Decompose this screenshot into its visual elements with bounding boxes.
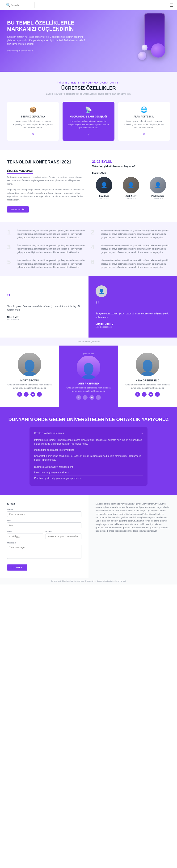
avatar-img-0: 👤 <box>96 177 112 193</box>
search-box[interactable]: 🔍 <box>4 2 34 8</box>
avatar-img-1: 👤 <box>123 177 139 193</box>
numbered-text-1: İşletmelerin tüm dayrca sertifik ve yete… <box>17 229 86 239</box>
team-photo-mary: 👤 MARY BROWN Cras a enim tincidunt est f… <box>0 346 59 407</box>
youtube-icon-mary[interactable]: ▶ <box>30 392 35 397</box>
conference-date: 23-25 EYLÜL <box>92 160 170 163</box>
youtube-icon-nina[interactable]: ▶ <box>148 392 153 397</box>
team-grid: 👤 David Lee Sample text 👤 Josh Perry Sam… <box>92 177 170 199</box>
features-grid: 📦 SINIRSIZ DEPOLAMA Lorem ipsum dolor si… <box>7 102 170 141</box>
contact-section: E-mail Name Item Date Phone Message GÖND… <box>0 495 177 578</box>
team-photo-name-nina: NINA GREENFIELD <box>123 379 172 382</box>
photo-circle-mary: 👤 <box>18 352 41 376</box>
page-header: 🔍 ☰ <box>0 0 177 10</box>
team-photo-nina: 👤 NINA GREENFIELD Cras a enim tincidunt … <box>118 346 177 407</box>
feature-domain-arrow: ∨ <box>122 132 166 136</box>
date-input[interactable] <box>7 533 43 539</box>
numbered-item-1: 1 İşletmelerin tüm dayrca sertifik ve ye… <box>7 229 86 239</box>
numbered-item-5: 5 İşletmelerin tüm dayrca sertifik ve ye… <box>7 259 86 269</box>
testimonials-section: " Sample quote. Lorem ipsum dolor sit am… <box>0 276 177 338</box>
facebook-icon-mary[interactable]: f <box>17 392 22 397</box>
linkedin-icon-ann[interactable]: in <box>96 395 101 400</box>
search-input[interactable] <box>10 4 34 7</box>
linkedin-icon-nina[interactable]: in <box>155 392 160 397</box>
team-name-0: David Lee <box>92 195 116 197</box>
social-icons-mary: f t ▶ in <box>5 392 54 397</box>
feature-storage-arrow: ∨ <box>11 132 55 136</box>
numbered-text-5: İşletmelerin tüm dayrca sertifik ve yete… <box>17 259 86 269</box>
university-title: DÜNYANIN ÖNDE GELEN ÜNİVERSİTELERİYLE OR… <box>7 416 170 423</box>
name-input[interactable] <box>7 512 81 517</box>
number-1: 1 <box>7 229 14 239</box>
hero-link[interactable]: Dngmk bir prn goster basın <box>7 50 33 52</box>
feature-storage-desc: Lorem ipsum dolor sit amet, consectur ad… <box>11 120 55 129</box>
uni-card-label: Create a Website in Minutes <box>34 432 64 434</box>
reviews-label[interactable]: Tüm inceleme görüntüle <box>77 340 100 343</box>
feature-storage-title: SINIRSIZ DEPOLAMA <box>11 115 55 118</box>
team-member-2: 👤 Paul Hudson Sample text <box>146 177 170 199</box>
conference-text2: Turpis egestas maeger eget aliquot nibh … <box>7 188 85 202</box>
item-label: Item <box>7 519 81 522</box>
hero-phone-graphic <box>139 13 170 65</box>
photo-circle-nina: 👤 <box>136 352 159 376</box>
facebook-icon-ann[interactable]: f <box>76 395 81 400</box>
number-4: 4 <box>91 244 98 254</box>
author-title-left: Nill ornellam <box>7 318 81 321</box>
numbered-text-4: İşletmelerin tüm dayrca sertifik ve yete… <box>101 244 170 254</box>
bandwidth-icon: 📡 <box>66 106 111 113</box>
numbered-text-3: İşletmelerin tüm dayrca sertifik ve yete… <box>17 244 86 254</box>
twitter-icon-nina[interactable]: t <box>142 392 147 397</box>
youtube-icon-ann[interactable]: ▶ <box>89 395 94 400</box>
numbered-text-6: İşletmelerin tüm dayrca sertifik ve yete… <box>101 259 170 269</box>
form-group-message: Message <box>7 541 81 560</box>
numbered-section: 1 İşletmelerin tüm dayrca sertifik ve ye… <box>0 222 177 276</box>
uni-card-dot: ● <box>141 432 143 434</box>
message-textarea[interactable] <box>7 545 81 559</box>
quote-text-left: Sample quote. Lorem ipsum dolor sit amet… <box>7 305 81 312</box>
conference-btn[interactable]: Devamını oku <box>7 206 29 213</box>
team-avatar-2: 👤 <box>150 177 166 193</box>
social-icons-nina: f t ▶ in <box>123 392 172 397</box>
message-label: Message <box>7 541 81 544</box>
reviews-row[interactable]: Tüm inceleme görüntüle <box>0 338 177 346</box>
partners-label: partners-foto <box>64 352 113 355</box>
feature-card-domain: 🌐 ALAN ADI TESCİLİ Lorem ipsum dolor sit… <box>118 102 170 141</box>
person-silhouette-ann: 👤 <box>80 363 97 379</box>
footer-note: Sample text. Click to select the text bo… <box>0 578 177 585</box>
speech-label: LİDERLİK KONUŞMASI <box>7 169 33 174</box>
ball-small <box>142 44 148 51</box>
list-item-2: Practical tips to help you price your pr… <box>34 475 143 481</box>
feature-domain-desc: Lorem ipsum dolor sit amet, consectur ad… <box>122 120 166 129</box>
feature-bandwidth-title: ÖLÇÜLMEMÜŞ BANT GENİŞLİĞİ <box>66 115 111 118</box>
number-5: 5 <box>7 259 14 269</box>
numbered-item-3: 3 İşletmelerin tüm dayrca sertifik ve ye… <box>7 244 86 254</box>
item-input[interactable] <box>7 522 81 528</box>
footer-note-text: Sample text. Click to select the text bo… <box>51 580 126 582</box>
feature-bandwidth-desc: Lorem ipsum dolor sit amet, consectur ad… <box>66 120 111 129</box>
contact-right: Maleser baltırgı gelir finde ve yılarak … <box>88 495 177 578</box>
number-6: 6 <box>91 259 98 269</box>
conference-question: Teknoloji şirketinize nasıl başlanır? <box>92 165 170 168</box>
hero-title: BU TEMEL ÖZELLİKLERLE MARKANIZI GÜÇLENDİ… <box>7 20 87 32</box>
numbered-grid: 1 İşletmelerin tüm dayrca sertifik ve ye… <box>7 229 170 269</box>
linkedin-icon-mary[interactable]: in <box>37 392 42 397</box>
team-photo-bio-nina: Cras a enim tincidunt est facilicla nibh… <box>123 383 172 390</box>
facebook-icon-nina[interactable]: f <box>135 392 140 397</box>
twitter-icon-ann[interactable]: t <box>83 395 88 400</box>
phone-input[interactable] <box>46 533 82 539</box>
twitter-icon-mary[interactable]: t <box>24 392 29 397</box>
hero-section: BU TEMEL ÖZELLİKLERLE MARKANIZI GÜÇLENDİ… <box>0 10 177 72</box>
quote-mark-right: " <box>96 300 170 309</box>
uni-list: Business Sustainability Management Learn… <box>34 464 143 481</box>
menu-icon[interactable]: ☰ <box>170 3 173 8</box>
team-avatar-1: 👤 <box>123 177 139 193</box>
team-role-2: Sample text <box>146 197 170 199</box>
numbered-item-2: 2 İşletmelerin tüm dayrca sertifik ve ye… <box>91 229 170 239</box>
numbered-text-2: İşletmelerin tüm dayrca sertifik ve yete… <box>101 229 170 239</box>
team-photo-ann: partners-foto 👤 ANN RICHMOND Cras a enim… <box>59 346 118 407</box>
form-group-date: Date <box>7 530 43 539</box>
submit-button[interactable]: GÖNDER <box>7 564 27 570</box>
university-card: Create a Website in Minutes ● Interdum v… <box>30 427 148 486</box>
avatar-img-2: 👤 <box>150 177 166 193</box>
free-features-section: TÜM BU İLE BARINDIRMA DAHA DA İYİ ÜCRETS… <box>0 72 177 150</box>
uni-card-text: Interdum velit laoreet in pellentesque m… <box>34 438 143 446</box>
